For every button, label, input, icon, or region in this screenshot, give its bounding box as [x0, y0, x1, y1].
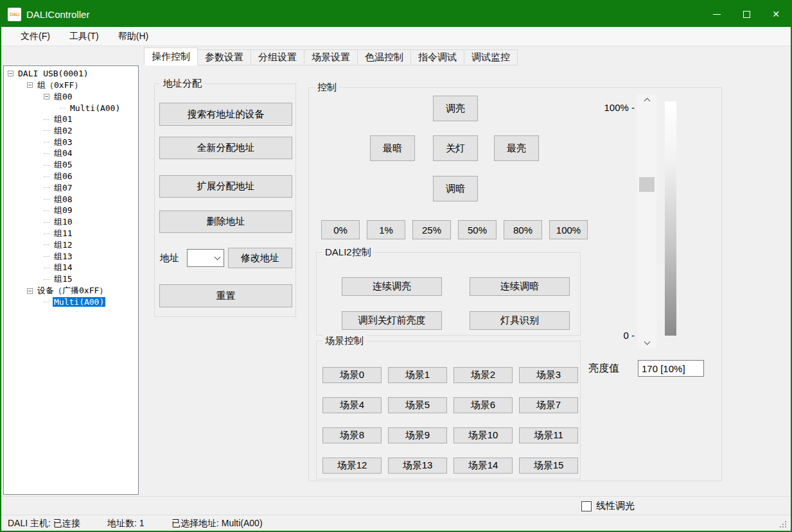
modify-address-button[interactable]: 修改地址 — [228, 248, 292, 268]
scene-button[interactable]: 场景13 — [388, 458, 447, 474]
tree-item[interactable]: 组02 — [4, 125, 138, 137]
scene-button[interactable]: 场景5 — [388, 397, 447, 413]
tree-item[interactable]: 组04 — [4, 148, 138, 160]
percent-button[interactable]: 0% — [321, 220, 360, 239]
tree-item-label: Multi(A00) — [53, 297, 105, 307]
chevron-down-icon — [215, 254, 221, 261]
scene-button[interactable]: 场景6 — [453, 397, 513, 413]
tree-connector — [44, 245, 50, 245]
scene-button[interactable]: 场景14 — [453, 458, 513, 474]
scene-button[interactable]: 场景9 — [388, 427, 447, 443]
menu-item[interactable]: 帮助(H) — [110, 27, 156, 46]
dali2-action-button[interactable]: 调到关灯前亮度 — [342, 311, 442, 330]
tree-expander-icon[interactable]: − — [27, 82, 33, 88]
window-controls: ✕ — [702, 1, 791, 27]
brightness-scrollbar[interactable] — [637, 94, 656, 348]
tree-item[interactable]: 组12 — [4, 239, 138, 251]
tree-item[interactable]: −设备（广播0xFF） — [4, 285, 138, 296]
tab-4[interactable]: 场景设置 — [304, 49, 358, 65]
scene-button[interactable]: 场景8 — [322, 427, 382, 443]
tree-item[interactable]: −组00 — [4, 91, 138, 103]
tree-item[interactable]: 组15 — [4, 273, 138, 285]
tree-item[interactable]: 组03 — [4, 137, 138, 148]
scene-button[interactable]: 场景12 — [322, 458, 382, 474]
maximize-button[interactable] — [732, 1, 761, 27]
scene-button[interactable]: 场景15 — [519, 458, 578, 474]
status-item: 已选择地址: Multi(A00) — [172, 518, 263, 529]
max-brightness-button[interactable]: 最亮 — [494, 135, 539, 161]
tree-item[interactable]: 组13 — [4, 251, 138, 262]
percent-button[interactable]: 25% — [412, 220, 451, 239]
percent-button[interactable]: 80% — [504, 220, 542, 239]
tab-2[interactable]: 参数设置 — [197, 49, 251, 65]
menu-item[interactable]: 文件(F) — [13, 27, 58, 46]
scene-button[interactable]: 场景3 — [519, 367, 578, 383]
tab-1[interactable]: 操作控制 — [144, 47, 198, 65]
scene-button[interactable]: 场景0 — [322, 367, 382, 383]
tree-item[interactable]: 组06 — [4, 171, 138, 182]
linear-dim-checkbox[interactable] — [581, 501, 592, 511]
scene-button[interactable]: 场景7 — [519, 397, 578, 413]
tree-item[interactable]: 组01 — [4, 114, 138, 125]
reset-button[interactable]: 重置 — [159, 284, 292, 307]
tree-connector — [44, 222, 50, 223]
percent-button[interactable]: 50% — [458, 220, 497, 239]
tree-connector — [60, 108, 66, 108]
percent-button[interactable]: 100% — [549, 220, 588, 239]
tree-item[interactable]: Multi(A00) — [4, 296, 138, 308]
address-combobox[interactable] — [187, 249, 224, 267]
minimize-button[interactable] — [702, 1, 732, 27]
percent-button[interactable]: 1% — [367, 220, 405, 239]
resize-grip-icon[interactable] — [779, 520, 787, 528]
tree-item-label: 组08 — [53, 194, 74, 205]
address-action-button[interactable]: 全新分配地址 — [159, 137, 292, 159]
dali2-action-button[interactable]: 连续调暗 — [470, 277, 570, 296]
tree-item[interactable]: 组08 — [4, 194, 138, 205]
tree-expander-icon[interactable]: − — [8, 71, 13, 76]
tree-item[interactable]: 组11 — [4, 228, 138, 239]
tree-item-label: 组09 — [53, 205, 74, 216]
tree-item[interactable]: −组（0xFF） — [4, 80, 138, 91]
scrollbar-up-button[interactable] — [637, 94, 656, 106]
tab-5[interactable]: 色温控制 — [357, 49, 411, 65]
dim-up-button[interactable]: 调亮 — [433, 96, 478, 121]
min-brightness-button[interactable]: 最暗 — [370, 135, 415, 161]
tree-connector — [44, 234, 50, 234]
scene-button[interactable]: 场景4 — [322, 397, 382, 413]
address-action-button[interactable]: 删除地址 — [159, 210, 292, 233]
tree-expander-icon[interactable]: − — [27, 288, 33, 294]
tab-6[interactable]: 指令调试 — [410, 49, 464, 65]
tab-bar: 操作控制参数设置分组设置场景设置色温控制指令调试调试监控 — [144, 47, 518, 65]
tree-item[interactable]: Multi(A00) — [4, 102, 138, 114]
tree-expander-icon[interactable]: − — [44, 94, 49, 99]
tab-3[interactable]: 分组设置 — [251, 49, 304, 65]
tree-item-label: 组02 — [53, 125, 74, 137]
tree-item[interactable]: 组14 — [4, 262, 138, 274]
tree-item-label: 设备（广播0xFF） — [36, 285, 109, 296]
tree-item[interactable]: 组10 — [4, 216, 138, 228]
tree-item[interactable]: −DALI USB(0001) — [4, 68, 138, 80]
scrollbar-down-button[interactable] — [637, 337, 656, 348]
scene-button[interactable]: 场景2 — [453, 367, 513, 383]
light-off-button[interactable]: 关灯 — [433, 135, 478, 161]
status-item: 地址数: 1 — [107, 518, 145, 529]
tab-7[interactable]: 调试监控 — [464, 49, 518, 65]
brightness-value-input[interactable] — [638, 360, 704, 377]
window-title: DALIController — [26, 9, 89, 20]
scene-button[interactable]: 场景11 — [519, 427, 578, 443]
tree-item[interactable]: 组07 — [4, 182, 138, 194]
dim-down-button[interactable]: 调暗 — [433, 176, 478, 202]
scene-button[interactable]: 场景1 — [388, 367, 447, 383]
device-tree[interactable]: −DALI USB(0001)−组（0xFF）−组00Multi(A00)组01… — [3, 65, 139, 495]
dali2-action-button[interactable]: 灯具识别 — [470, 311, 570, 330]
address-action-button[interactable]: 扩展分配地址 — [159, 175, 292, 198]
scene-button[interactable]: 场景10 — [453, 427, 513, 443]
scrollbar-thumb[interactable] — [639, 177, 655, 192]
tree-item[interactable]: 组09 — [4, 205, 138, 217]
address-action-button[interactable]: 搜索有地址的设备 — [159, 103, 292, 126]
menu-item[interactable]: 工具(T) — [62, 27, 107, 46]
close-button[interactable]: ✕ — [761, 1, 791, 27]
dali2-action-button[interactable]: 连续调亮 — [342, 277, 442, 296]
tree-connector — [44, 153, 50, 154]
tree-item[interactable]: 组05 — [4, 159, 138, 171]
